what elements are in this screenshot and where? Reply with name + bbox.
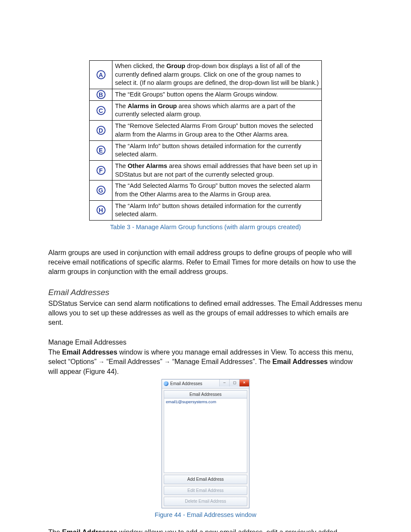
figure-caption: Figure 44 - Email Addresses window — [48, 511, 363, 520]
email-list-item[interactable]: email1@supersystems.com — [166, 399, 245, 405]
letter-badge: E — [97, 146, 106, 155]
window-title-text: Email Addresses — [170, 381, 202, 387]
row-description: The “Alarm Info” button shows detailed i… — [112, 200, 322, 220]
row-description: The “Edit Groups” button opens the Alarm… — [112, 89, 322, 101]
row-description: The “Add Selected Alarms To Group” butto… — [112, 180, 322, 200]
maximize-button[interactable]: ◻ — [229, 380, 239, 386]
letter-badge: F — [97, 166, 106, 175]
table-row: BThe “Edit Groups” button opens the Alar… — [90, 89, 322, 101]
minimize-button[interactable]: – — [219, 380, 229, 386]
table-caption: Table 3 - Manage Alarm Group functions (… — [89, 223, 322, 248]
row-letter-cell: H — [90, 200, 112, 220]
letter-badge: B — [97, 90, 106, 99]
section-heading-email-addresses: Email Addresses — [48, 287, 363, 298]
row-description: The “Alarm Info” button shows detailed i… — [112, 140, 322, 160]
delete-email-address-button: Delete Email Address — [164, 497, 247, 506]
row-letter-cell: D — [90, 121, 112, 140]
row-description: The Alarms in Group area shows which ala… — [112, 100, 322, 120]
row-letter-cell: F — [90, 160, 112, 180]
email-list[interactable]: email1@supersystems.com — [164, 398, 247, 473]
email-addresses-window-description: The Email Addresses window allows you to… — [48, 528, 363, 532]
table-row: AWhen clicked, the Group drop-down box d… — [90, 61, 322, 89]
letter-badge: D — [97, 126, 106, 135]
row-letter-cell: A — [90, 61, 112, 89]
letter-badge: C — [97, 106, 106, 115]
window-titlebar: Email Addresses – ◻ × — [162, 380, 249, 389]
email-list-header: Email Addresses — [164, 390, 247, 398]
table-row: CThe Alarms in Group area shows which al… — [90, 100, 322, 120]
row-description: The Other Alarms area shows email addres… — [112, 160, 322, 180]
intro-paragraph: Alarm groups are used in conjunction wit… — [48, 248, 363, 277]
table-row: FThe Other Alarms area shows email addre… — [90, 160, 322, 180]
row-letter-cell: B — [90, 89, 112, 101]
add-email-address-button[interactable]: Add Email Address — [164, 475, 247, 484]
close-button[interactable]: × — [239, 380, 249, 386]
manage-email-addresses-paragraph: The Email Addresses window is where you … — [48, 348, 363, 376]
table-row: HThe “Alarm Info” button shows detailed … — [90, 200, 322, 220]
table-row: EThe “Alarm Info” button shows detailed … — [90, 140, 322, 160]
alarm-group-function-table: AWhen clicked, the Group drop-down box d… — [89, 60, 322, 221]
row-description: The “Remove Selected Alarms From Group” … — [112, 121, 322, 140]
row-letter-cell: E — [90, 140, 112, 160]
row-letter-cell: G — [90, 180, 112, 200]
table-row: GThe “Add Selected Alarms To Group” butt… — [90, 180, 322, 200]
row-description: When clicked, the Group drop-down box di… — [112, 61, 322, 89]
email-addresses-window: Email Addresses – ◻ × Email Addresses em… — [162, 379, 249, 508]
email-addresses-overview: SDStatus Service can send alarm notifica… — [48, 299, 363, 327]
subheading-manage-email-addresses: Manage Email Addresses — [48, 338, 363, 347]
letter-badge: A — [97, 70, 106, 79]
table-row: DThe “Remove Selected Alarms From Group”… — [90, 121, 322, 140]
row-letter-cell: C — [90, 100, 112, 120]
letter-badge: H — [97, 205, 106, 215]
letter-badge: G — [97, 186, 106, 195]
edit-email-address-button: Edit Email Address — [164, 486, 247, 495]
app-icon — [164, 381, 168, 386]
